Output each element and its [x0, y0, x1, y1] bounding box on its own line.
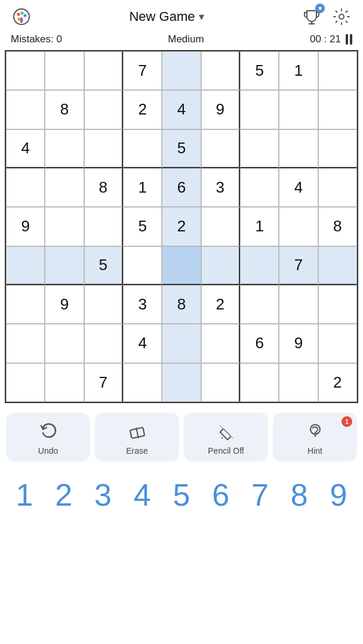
- cell-5-0[interactable]: [6, 246, 45, 285]
- cell-6-6[interactable]: [240, 285, 279, 324]
- cell-2-5[interactable]: [201, 129, 240, 168]
- cell-2-4[interactable]: 5: [162, 129, 201, 168]
- num-btn-2[interactable]: 2: [51, 477, 76, 513]
- cell-2-6[interactable]: [240, 129, 279, 168]
- cell-7-1[interactable]: [45, 324, 84, 363]
- num-btn-6[interactable]: 6: [208, 477, 233, 513]
- cell-4-8[interactable]: 8: [318, 207, 357, 246]
- cell-4-1[interactable]: [45, 207, 84, 246]
- cell-8-6[interactable]: [240, 363, 279, 402]
- cell-1-6[interactable]: [240, 90, 279, 129]
- num-btn-3[interactable]: 3: [91, 477, 115, 513]
- cell-6-4[interactable]: 8: [162, 285, 201, 324]
- cell-4-2[interactable]: [84, 207, 123, 246]
- cell-4-4[interactable]: 2: [162, 207, 201, 246]
- cell-8-0[interactable]: [6, 363, 45, 402]
- pause-button[interactable]: [346, 34, 352, 45]
- cell-7-7[interactable]: 9: [279, 324, 318, 363]
- cell-7-5[interactable]: [201, 324, 240, 363]
- cell-5-2[interactable]: 5: [84, 246, 123, 285]
- cell-0-8[interactable]: [318, 51, 357, 90]
- cell-5-5[interactable]: [201, 246, 240, 285]
- cell-8-7[interactable]: [279, 363, 318, 402]
- cell-7-8[interactable]: [318, 324, 357, 363]
- cell-3-6[interactable]: [240, 168, 279, 207]
- cell-3-7[interactable]: 4: [279, 168, 318, 207]
- cell-4-6[interactable]: 1: [240, 207, 279, 246]
- cell-4-7[interactable]: [279, 207, 318, 246]
- cell-3-0[interactable]: [6, 168, 45, 207]
- cell-3-5[interactable]: 3: [201, 168, 240, 207]
- cell-7-0[interactable]: [6, 324, 45, 363]
- cell-8-8[interactable]: 2: [318, 363, 357, 402]
- cell-0-1[interactable]: [45, 51, 84, 90]
- grid-container: 751824945816349521857938246972: [0, 50, 363, 403]
- num-btn-9[interactable]: 9: [327, 477, 351, 513]
- cell-1-8[interactable]: [318, 90, 357, 129]
- cell-5-8[interactable]: [318, 246, 357, 285]
- cell-1-0[interactable]: [6, 90, 45, 129]
- cell-0-3[interactable]: 7: [123, 51, 162, 90]
- num-btn-1[interactable]: 1: [12, 477, 36, 513]
- erase-button[interactable]: Erase: [95, 413, 179, 462]
- cell-6-0[interactable]: [6, 285, 45, 324]
- cell-6-7[interactable]: [279, 285, 318, 324]
- cell-6-2[interactable]: [84, 285, 123, 324]
- cell-5-7[interactable]: 7: [279, 246, 318, 285]
- hint-button[interactable]: 1 Hint: [273, 413, 357, 462]
- cell-4-0[interactable]: 9: [6, 207, 45, 246]
- cell-8-1[interactable]: [45, 363, 84, 402]
- num-btn-5[interactable]: 5: [169, 477, 193, 513]
- cell-5-4[interactable]: [162, 246, 201, 285]
- cell-1-1[interactable]: 8: [45, 90, 84, 129]
- cell-8-3[interactable]: [123, 363, 162, 402]
- cell-2-8[interactable]: [318, 129, 357, 168]
- header-title[interactable]: New Game ▾: [129, 9, 204, 24]
- cell-0-6[interactable]: 5: [240, 51, 279, 90]
- cell-0-4[interactable]: [162, 51, 201, 90]
- cell-7-6[interactable]: 6: [240, 324, 279, 363]
- cell-2-0[interactable]: 4: [6, 129, 45, 168]
- settings-button[interactable]: [331, 6, 352, 27]
- cell-8-5[interactable]: [201, 363, 240, 402]
- cell-1-4[interactable]: 4: [162, 90, 201, 129]
- cell-7-2[interactable]: [84, 324, 123, 363]
- cell-4-5[interactable]: [201, 207, 240, 246]
- cell-0-5[interactable]: [201, 51, 240, 90]
- cell-3-2[interactable]: 8: [84, 168, 123, 207]
- cell-8-4[interactable]: [162, 363, 201, 402]
- cell-2-2[interactable]: [84, 129, 123, 168]
- cell-5-1[interactable]: [45, 246, 84, 285]
- cell-3-8[interactable]: [318, 168, 357, 207]
- cell-3-1[interactable]: [45, 168, 84, 207]
- pencil-button[interactable]: Pencil Off: [184, 413, 268, 462]
- cell-1-2[interactable]: [84, 90, 123, 129]
- cell-6-3[interactable]: 3: [123, 285, 162, 324]
- num-btn-4[interactable]: 4: [130, 477, 155, 513]
- cell-5-6[interactable]: [240, 246, 279, 285]
- cell-6-8[interactable]: [318, 285, 357, 324]
- cell-0-0[interactable]: [6, 51, 45, 90]
- cell-3-3[interactable]: 1: [123, 168, 162, 207]
- cell-3-4[interactable]: 6: [162, 168, 201, 207]
- undo-button[interactable]: Undo: [6, 413, 90, 462]
- cell-0-2[interactable]: [84, 51, 123, 90]
- cell-4-3[interactable]: 5: [123, 207, 162, 246]
- cell-2-7[interactable]: [279, 129, 318, 168]
- cell-6-1[interactable]: 9: [45, 285, 84, 324]
- cell-1-5[interactable]: 9: [201, 90, 240, 129]
- cell-0-7[interactable]: 1: [279, 51, 318, 90]
- cell-7-3[interactable]: 4: [123, 324, 162, 363]
- cell-6-5[interactable]: 2: [201, 285, 240, 324]
- cell-1-3[interactable]: 2: [123, 90, 162, 129]
- cell-1-7[interactable]: [279, 90, 318, 129]
- cell-2-1[interactable]: [45, 129, 84, 168]
- palette-icon[interactable]: [11, 6, 32, 27]
- num-btn-7[interactable]: 7: [248, 477, 272, 513]
- trophy-button[interactable]: ★: [301, 6, 322, 27]
- cell-2-3[interactable]: [123, 129, 162, 168]
- cell-7-4[interactable]: [162, 324, 201, 363]
- cell-5-3[interactable]: [123, 246, 162, 285]
- num-btn-8[interactable]: 8: [287, 477, 312, 513]
- cell-8-2[interactable]: 7: [84, 363, 123, 402]
